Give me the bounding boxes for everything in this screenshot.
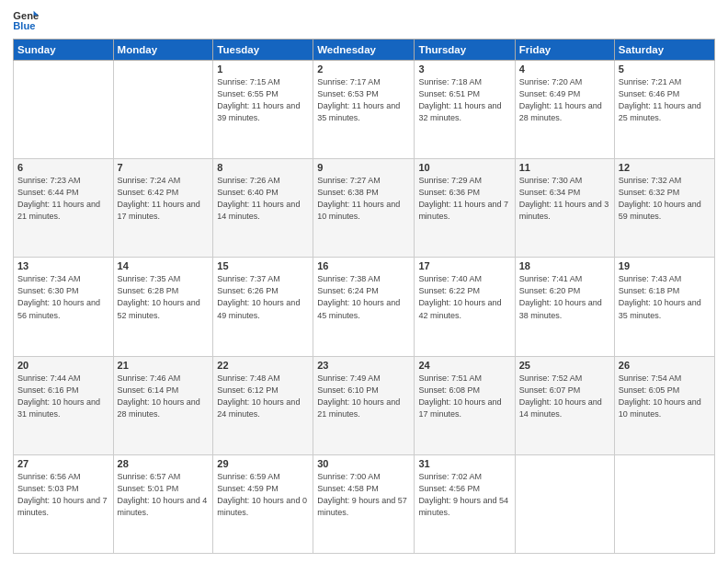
- calendar-day-cell: 16Sunrise: 7:38 AM Sunset: 6:24 PM Dayli…: [313, 258, 415, 356]
- day-number: 13: [17, 260, 109, 271]
- calendar-day-cell: 18Sunrise: 7:41 AM Sunset: 6:20 PM Dayli…: [515, 258, 614, 356]
- svg-text:Blue: Blue: [13, 20, 35, 31]
- day-detail: Sunrise: 6:56 AM Sunset: 5:03 PM Dayligh…: [17, 471, 109, 519]
- day-number: 25: [519, 360, 610, 371]
- day-detail: Sunrise: 7:43 AM Sunset: 6:18 PM Dayligh…: [619, 273, 711, 321]
- calendar-header-cell: Friday: [515, 40, 614, 61]
- day-number: 6: [17, 162, 109, 173]
- calendar-day-cell: 20Sunrise: 7:44 AM Sunset: 6:16 PM Dayli…: [14, 356, 114, 454]
- day-detail: Sunrise: 6:59 AM Sunset: 4:59 PM Dayligh…: [217, 471, 309, 519]
- day-detail: Sunrise: 7:38 AM Sunset: 6:24 PM Dayligh…: [317, 273, 410, 321]
- calendar-day-cell: 15Sunrise: 7:37 AM Sunset: 6:26 PM Dayli…: [213, 258, 313, 356]
- day-detail: Sunrise: 7:24 AM Sunset: 6:42 PM Dayligh…: [118, 175, 210, 223]
- calendar-day-cell: 29Sunrise: 6:59 AM Sunset: 4:59 PM Dayli…: [213, 454, 313, 553]
- calendar-day-cell: 3Sunrise: 7:18 AM Sunset: 6:51 PM Daylig…: [415, 61, 515, 159]
- calendar-day-cell: [614, 454, 714, 553]
- calendar-header-cell: Thursday: [415, 40, 515, 61]
- day-number: 7: [118, 162, 210, 173]
- day-number: 29: [217, 458, 309, 469]
- calendar-week-row: 20Sunrise: 7:44 AM Sunset: 6:16 PM Dayli…: [14, 356, 715, 454]
- day-number: 22: [217, 360, 309, 371]
- calendar-header-cell: Saturday: [614, 40, 714, 61]
- day-number: 26: [619, 360, 711, 371]
- day-number: 12: [619, 162, 711, 173]
- calendar-day-cell: 21Sunrise: 7:46 AM Sunset: 6:14 PM Dayli…: [113, 356, 213, 454]
- calendar-day-cell: 4Sunrise: 7:20 AM Sunset: 6:49 PM Daylig…: [515, 61, 614, 159]
- day-number: 8: [217, 162, 309, 173]
- day-number: 15: [217, 260, 309, 271]
- day-detail: Sunrise: 7:34 AM Sunset: 6:30 PM Dayligh…: [17, 273, 109, 321]
- page: General Blue SundayMondayTuesdayWednesda…: [0, 0, 728, 563]
- calendar-day-cell: 31Sunrise: 7:02 AM Sunset: 4:56 PM Dayli…: [415, 454, 515, 553]
- day-number: 28: [118, 458, 210, 469]
- day-detail: Sunrise: 7:51 AM Sunset: 6:08 PM Dayligh…: [418, 373, 510, 420]
- logo: General Blue: [13, 9, 39, 31]
- day-detail: Sunrise: 7:29 AM Sunset: 6:36 PM Dayligh…: [418, 175, 510, 223]
- day-detail: Sunrise: 7:17 AM Sunset: 6:53 PM Dayligh…: [317, 76, 410, 124]
- calendar-day-cell: 8Sunrise: 7:26 AM Sunset: 6:40 PM Daylig…: [213, 159, 313, 258]
- calendar-day-cell: 2Sunrise: 7:17 AM Sunset: 6:53 PM Daylig…: [313, 61, 415, 159]
- day-detail: Sunrise: 7:49 AM Sunset: 6:10 PM Dayligh…: [317, 373, 410, 420]
- calendar-week-row: 27Sunrise: 6:56 AM Sunset: 5:03 PM Dayli…: [14, 454, 715, 553]
- day-detail: Sunrise: 7:30 AM Sunset: 6:34 PM Dayligh…: [519, 175, 610, 223]
- day-number: 3: [418, 63, 510, 75]
- calendar-day-cell: 12Sunrise: 7:32 AM Sunset: 6:32 PM Dayli…: [614, 159, 714, 258]
- calendar-header-row: SundayMondayTuesdayWednesdayThursdayFrid…: [14, 40, 715, 61]
- calendar-day-cell: 6Sunrise: 7:23 AM Sunset: 6:44 PM Daylig…: [14, 159, 114, 258]
- calendar-day-cell: 19Sunrise: 7:43 AM Sunset: 6:18 PM Dayli…: [614, 258, 714, 356]
- day-detail: Sunrise: 7:18 AM Sunset: 6:51 PM Dayligh…: [418, 76, 510, 124]
- day-number: 10: [418, 162, 510, 173]
- day-detail: Sunrise: 7:48 AM Sunset: 6:12 PM Dayligh…: [217, 373, 309, 420]
- calendar-day-cell: 5Sunrise: 7:21 AM Sunset: 6:46 PM Daylig…: [614, 61, 714, 159]
- day-number: 27: [17, 458, 109, 469]
- calendar-day-cell: 28Sunrise: 6:57 AM Sunset: 5:01 PM Dayli…: [113, 454, 213, 553]
- day-number: 1: [217, 63, 309, 75]
- calendar-table: SundayMondayTuesdayWednesdayThursdayFrid…: [13, 39, 715, 554]
- day-number: 24: [418, 360, 510, 371]
- day-number: 31: [418, 458, 510, 469]
- day-detail: Sunrise: 7:35 AM Sunset: 6:28 PM Dayligh…: [118, 273, 210, 321]
- day-number: 11: [519, 162, 610, 173]
- calendar-day-cell: 14Sunrise: 7:35 AM Sunset: 6:28 PM Dayli…: [113, 258, 213, 356]
- day-number: 30: [317, 458, 410, 469]
- day-number: 9: [317, 162, 410, 173]
- day-detail: Sunrise: 6:57 AM Sunset: 5:01 PM Dayligh…: [118, 471, 210, 519]
- day-number: 19: [619, 260, 711, 271]
- calendar-day-cell: 25Sunrise: 7:52 AM Sunset: 6:07 PM Dayli…: [515, 356, 614, 454]
- day-number: 23: [317, 360, 410, 371]
- calendar-day-cell: 10Sunrise: 7:29 AM Sunset: 6:36 PM Dayli…: [415, 159, 515, 258]
- calendar-day-cell: [14, 61, 114, 159]
- day-detail: Sunrise: 7:46 AM Sunset: 6:14 PM Dayligh…: [118, 373, 210, 420]
- day-number: 4: [519, 63, 610, 75]
- calendar-day-cell: 30Sunrise: 7:00 AM Sunset: 4:58 PM Dayli…: [313, 454, 415, 553]
- day-detail: Sunrise: 7:27 AM Sunset: 6:38 PM Dayligh…: [317, 175, 410, 223]
- calendar-day-cell: 27Sunrise: 6:56 AM Sunset: 5:03 PM Dayli…: [14, 454, 114, 553]
- calendar-header-cell: Sunday: [14, 40, 114, 61]
- day-detail: Sunrise: 7:20 AM Sunset: 6:49 PM Dayligh…: [519, 76, 610, 124]
- calendar-header-cell: Tuesday: [213, 40, 313, 61]
- day-number: 17: [418, 260, 510, 271]
- calendar-day-cell: [113, 61, 213, 159]
- day-number: 18: [519, 260, 610, 271]
- calendar-day-cell: 23Sunrise: 7:49 AM Sunset: 6:10 PM Dayli…: [313, 356, 415, 454]
- logo-icon: General Blue: [13, 9, 39, 31]
- day-detail: Sunrise: 7:37 AM Sunset: 6:26 PM Dayligh…: [217, 273, 309, 321]
- day-number: 16: [317, 260, 410, 271]
- day-number: 20: [17, 360, 109, 371]
- calendar-day-cell: 17Sunrise: 7:40 AM Sunset: 6:22 PM Dayli…: [415, 258, 515, 356]
- calendar-day-cell: 22Sunrise: 7:48 AM Sunset: 6:12 PM Dayli…: [213, 356, 313, 454]
- day-detail: Sunrise: 7:23 AM Sunset: 6:44 PM Dayligh…: [17, 175, 109, 223]
- calendar-body: 1Sunrise: 7:15 AM Sunset: 6:55 PM Daylig…: [14, 61, 715, 554]
- day-detail: Sunrise: 7:52 AM Sunset: 6:07 PM Dayligh…: [519, 373, 610, 420]
- day-detail: Sunrise: 7:40 AM Sunset: 6:22 PM Dayligh…: [418, 273, 510, 321]
- calendar-week-row: 6Sunrise: 7:23 AM Sunset: 6:44 PM Daylig…: [14, 159, 715, 258]
- calendar-day-cell: 1Sunrise: 7:15 AM Sunset: 6:55 PM Daylig…: [213, 61, 313, 159]
- day-detail: Sunrise: 7:02 AM Sunset: 4:56 PM Dayligh…: [418, 471, 510, 519]
- day-number: 21: [118, 360, 210, 371]
- day-detail: Sunrise: 7:41 AM Sunset: 6:20 PM Dayligh…: [519, 273, 610, 321]
- day-detail: Sunrise: 7:32 AM Sunset: 6:32 PM Dayligh…: [619, 175, 711, 223]
- header: General Blue: [13, 9, 715, 31]
- day-detail: Sunrise: 7:54 AM Sunset: 6:05 PM Dayligh…: [619, 373, 711, 420]
- day-number: 2: [317, 63, 410, 75]
- day-detail: Sunrise: 7:00 AM Sunset: 4:58 PM Dayligh…: [317, 471, 410, 519]
